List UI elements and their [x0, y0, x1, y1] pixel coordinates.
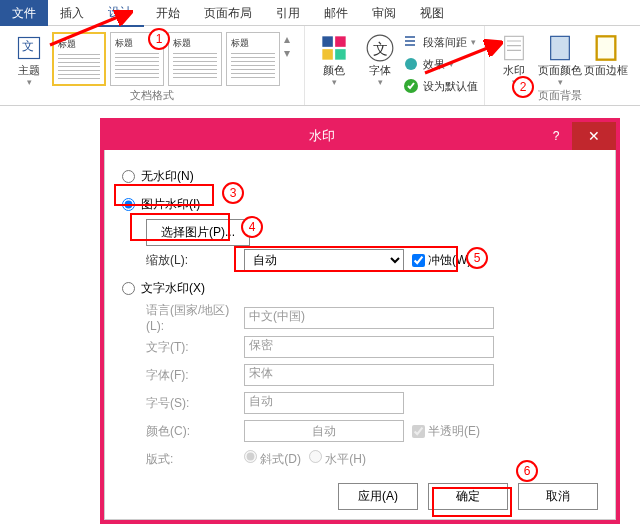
svg-rect-2: [322, 36, 333, 47]
tab-insert[interactable]: 插入: [48, 0, 96, 26]
ribbon: 文 主题 ▾ 标题 标题 标题 标题 ▴▾ 文档格式 颜色▾ 文 字体▾ 段落间…: [0, 26, 640, 106]
tab-mail[interactable]: 邮件: [312, 0, 360, 26]
set-default-button[interactable]: 设为默认值: [403, 76, 478, 96]
tab-design[interactable]: 设计: [96, 0, 144, 27]
tab-layout[interactable]: 页面布局: [192, 0, 264, 26]
watermark-icon: [500, 34, 528, 62]
theme-button[interactable]: 文 主题 ▾: [6, 30, 52, 88]
theme-label: 主题: [18, 64, 40, 77]
paragraph-spacing-icon: [403, 34, 419, 50]
svg-rect-5: [335, 49, 346, 59]
page-color-icon: [546, 34, 574, 62]
svg-rect-4: [322, 49, 333, 59]
fonts-icon: 文: [366, 34, 394, 62]
svg-text:文: 文: [22, 39, 34, 52]
page-border-button[interactable]: 页面边框: [583, 30, 629, 77]
ribbon-tabs: 文件 插入 设计 开始 页面布局 引用 邮件 审阅 视图: [0, 0, 640, 26]
svg-point-8: [405, 58, 417, 70]
format-gallery[interactable]: 标题 标题 标题 标题 ▴▾: [52, 30, 298, 86]
page-color-button[interactable]: 页面颜色▾: [537, 30, 583, 88]
check-icon: [403, 78, 419, 94]
group-docfmt-label: 文档格式: [0, 88, 304, 103]
effects-button[interactable]: 效果 ▾: [403, 54, 478, 74]
svg-text:文: 文: [373, 40, 388, 57]
tab-review[interactable]: 审阅: [360, 0, 408, 26]
page-border-icon: [592, 34, 620, 62]
fonts-button[interactable]: 文 字体▾: [357, 30, 403, 88]
svg-rect-12: [597, 36, 616, 59]
colors-icon: [320, 34, 348, 62]
svg-rect-3: [335, 36, 346, 47]
colors-button[interactable]: 颜色▾: [311, 30, 357, 88]
caret-icon: ▾: [27, 77, 32, 88]
tab-view[interactable]: 视图: [408, 0, 456, 26]
svg-rect-11: [551, 36, 570, 59]
watermark-button[interactable]: 水印▾: [491, 30, 537, 88]
paragraph-spacing-button[interactable]: 段落间距 ▾: [403, 32, 478, 52]
tab-reference[interactable]: 引用: [264, 0, 312, 26]
tab-file[interactable]: 文件: [0, 0, 48, 26]
svg-rect-10: [505, 36, 524, 59]
theme-icon: 文: [15, 34, 43, 62]
group-pagebg-label: 页面背景: [485, 88, 635, 103]
tab-start[interactable]: 开始: [144, 0, 192, 26]
gallery-scroll[interactable]: ▴▾: [284, 32, 298, 60]
effects-icon: [403, 56, 419, 72]
